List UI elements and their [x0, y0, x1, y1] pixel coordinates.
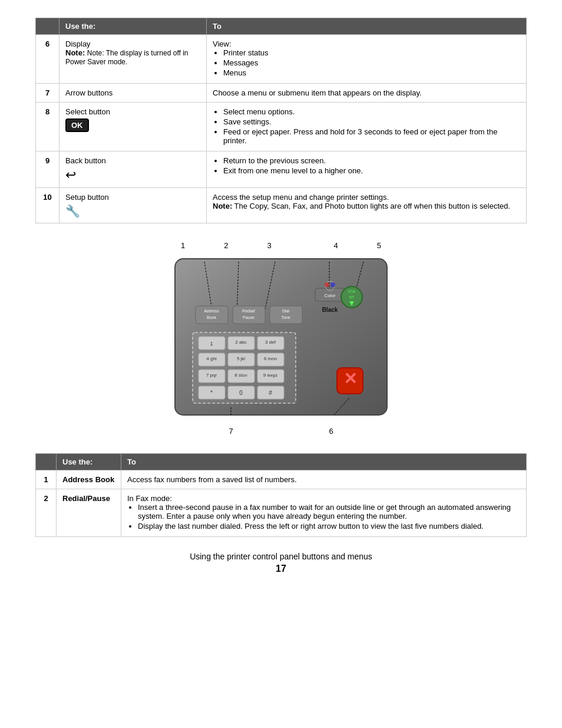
table-row: 2 Redial/Pause In Fax mode: Insert a thr… [36, 489, 527, 537]
row-to: Access the setup menu and change printer… [207, 188, 527, 223]
top-table-to-header: To [207, 18, 527, 35]
row-num: 6 [36, 35, 59, 84]
table-row: 6 Display Note: Note: The display is tur… [36, 35, 527, 84]
diagram-top-labels: 1 2 3 4 5 [169, 241, 393, 253]
svg-point-19 [330, 282, 335, 287]
svg-text:Tone: Tone [281, 315, 290, 319]
svg-text:7 pqr: 7 pqr [206, 373, 217, 378]
row-use: Redial/Pause [57, 489, 121, 537]
row-to: Choose a menu or submenu item that appea… [207, 84, 527, 103]
svg-text:Dial: Dial [282, 309, 290, 313]
diag-label-6: 6 [329, 427, 333, 436]
printer-panel-image: Address Book Redial/ Pause Dial Tone Col… [169, 253, 393, 424]
table-row: 1 Address Book Access fax numbers from a… [36, 470, 527, 489]
row-num: 8 [36, 103, 59, 151]
row-to: Return to the previous screen. Exit from… [207, 151, 527, 188]
svg-text:STA: STA [348, 289, 355, 294]
svg-text:0: 0 [239, 390, 243, 396]
diagram-section: 1 2 3 4 5 [35, 241, 527, 436]
row-use: Display Note: Note: The display is turne… [59, 35, 207, 84]
svg-text:Pause: Pause [243, 315, 254, 319]
svg-text:RT: RT [349, 295, 355, 299]
diag-label-1: 1 [181, 241, 185, 250]
row-num: 1 [36, 470, 57, 489]
diag-label-7: 7 [229, 427, 233, 436]
svg-text:✕: ✕ [343, 370, 357, 388]
svg-text:6 mno: 6 mno [264, 356, 277, 361]
svg-text:3 def: 3 def [265, 340, 276, 345]
row-num: 2 [36, 489, 57, 537]
row-num: 7 [36, 84, 59, 103]
svg-text:Color: Color [324, 293, 335, 298]
table-row: 7 Arrow buttons Choose a menu or submenu… [36, 84, 527, 103]
diag-label-4: 4 [334, 241, 338, 250]
row-num: 9 [36, 151, 59, 188]
table-row: 10 Setup button 🔧 Access the setup menu … [36, 188, 527, 223]
row-to: Access fax numbers from a saved list of … [121, 470, 527, 489]
back-button-icon: ↩ [65, 167, 76, 183]
footer-title: Using the printer control panel buttons … [35, 552, 527, 561]
svg-text:8 stuv: 8 stuv [234, 373, 247, 378]
footer: Using the printer control panel buttons … [35, 552, 527, 574]
svg-text:2 abc: 2 abc [235, 340, 247, 345]
table-row: 8 Select button OK Select menu options. … [36, 103, 527, 151]
diagram-wrapper: 1 2 3 4 5 [169, 241, 393, 436]
bottom-table-num-header [36, 454, 57, 470]
row-to: View: Printer status Messages Menus [207, 35, 527, 84]
bottom-table-use-header: Use the: [57, 454, 121, 470]
top-table-use-header: Use the: [59, 18, 207, 35]
svg-text:9 wxyz: 9 wxyz [263, 373, 277, 378]
row-use: Back button ↩ [59, 151, 207, 188]
svg-text:1: 1 [210, 341, 213, 347]
row-to: In Fax mode: Insert a three-second pause… [121, 489, 527, 537]
row-use: Address Book [57, 470, 121, 489]
top-table-num-header [36, 18, 59, 35]
svg-text:Address: Address [204, 309, 219, 313]
row-num: 10 [36, 188, 59, 223]
svg-text:Redial/: Redial/ [242, 309, 255, 313]
svg-text:#: # [269, 390, 272, 396]
row-use: Select button OK [59, 103, 207, 151]
ok-button-icon: OK [65, 118, 89, 132]
diag-label-5: 5 [377, 241, 381, 250]
top-table: Use the: To 6 Display Note: Note: The di… [35, 18, 527, 223]
svg-text:5 jkl: 5 jkl [237, 356, 245, 361]
svg-text:Book: Book [207, 315, 216, 319]
diag-label-3: 3 [267, 241, 271, 250]
setup-button-icon: 🔧 [65, 204, 80, 218]
row-to: Select menu options. Save settings. Feed… [207, 103, 527, 151]
diag-label-2: 2 [224, 241, 228, 250]
svg-text:Black: Black [322, 307, 338, 313]
bottom-table-to-header: To [121, 454, 527, 470]
page-number: 17 [35, 564, 527, 574]
table-row: 9 Back button ↩ Return to the previous s… [36, 151, 527, 188]
bottom-table: Use the: To 1 Address Book Access fax nu… [35, 453, 527, 537]
svg-text:4 ghi: 4 ghi [206, 356, 217, 361]
diagram-bottom-labels: 7 6 [169, 424, 393, 436]
row-use: Arrow buttons [59, 84, 207, 103]
svg-point-18 [325, 282, 329, 287]
svg-text:*: * [210, 390, 213, 396]
row-use: Setup button 🔧 [59, 188, 207, 223]
